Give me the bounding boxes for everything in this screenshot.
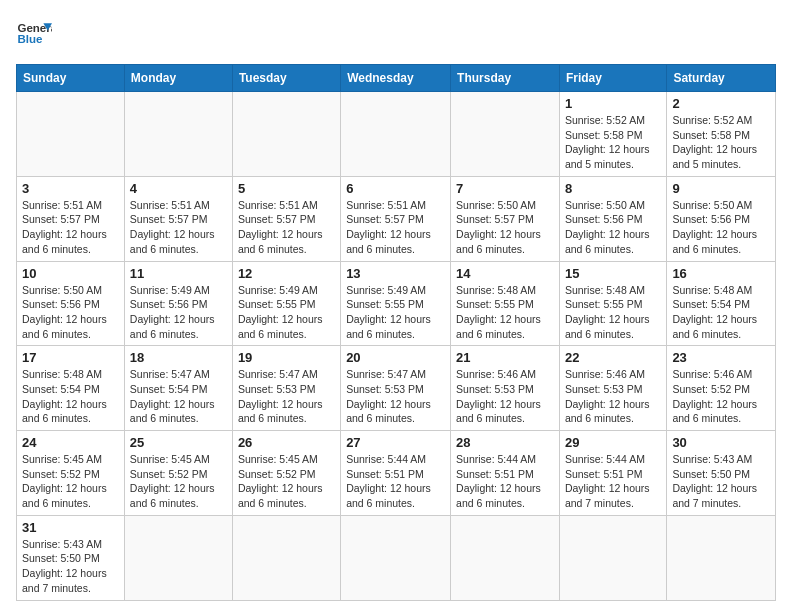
day-number: 27 [346, 435, 445, 450]
day-number: 17 [22, 350, 119, 365]
day-info: Sunrise: 5:52 AM Sunset: 5:58 PM Dayligh… [672, 113, 770, 172]
day-info: Sunrise: 5:51 AM Sunset: 5:57 PM Dayligh… [22, 198, 119, 257]
calendar-week-4: 17Sunrise: 5:48 AM Sunset: 5:54 PM Dayli… [17, 346, 776, 431]
calendar-week-1: 1Sunrise: 5:52 AM Sunset: 5:58 PM Daylig… [17, 92, 776, 177]
day-number: 10 [22, 266, 119, 281]
day-number: 19 [238, 350, 335, 365]
day-info: Sunrise: 5:48 AM Sunset: 5:54 PM Dayligh… [22, 367, 119, 426]
day-number: 11 [130, 266, 227, 281]
calendar-cell: 23Sunrise: 5:46 AM Sunset: 5:52 PM Dayli… [667, 346, 776, 431]
day-number: 23 [672, 350, 770, 365]
calendar-cell: 29Sunrise: 5:44 AM Sunset: 5:51 PM Dayli… [559, 431, 666, 516]
day-info: Sunrise: 5:45 AM Sunset: 5:52 PM Dayligh… [238, 452, 335, 511]
calendar-cell: 25Sunrise: 5:45 AM Sunset: 5:52 PM Dayli… [124, 431, 232, 516]
calendar-cell: 21Sunrise: 5:46 AM Sunset: 5:53 PM Dayli… [451, 346, 560, 431]
calendar-cell [341, 515, 451, 600]
calendar-cell [232, 92, 340, 177]
calendar-cell [124, 515, 232, 600]
day-number: 8 [565, 181, 661, 196]
calendar-cell [451, 92, 560, 177]
calendar-cell: 3Sunrise: 5:51 AM Sunset: 5:57 PM Daylig… [17, 176, 125, 261]
calendar-cell: 1Sunrise: 5:52 AM Sunset: 5:58 PM Daylig… [559, 92, 666, 177]
calendar-cell: 19Sunrise: 5:47 AM Sunset: 5:53 PM Dayli… [232, 346, 340, 431]
calendar-cell: 27Sunrise: 5:44 AM Sunset: 5:51 PM Dayli… [341, 431, 451, 516]
day-number: 31 [22, 520, 119, 535]
calendar-cell: 7Sunrise: 5:50 AM Sunset: 5:57 PM Daylig… [451, 176, 560, 261]
day-info: Sunrise: 5:49 AM Sunset: 5:56 PM Dayligh… [130, 283, 227, 342]
calendar-cell: 10Sunrise: 5:50 AM Sunset: 5:56 PM Dayli… [17, 261, 125, 346]
day-info: Sunrise: 5:48 AM Sunset: 5:55 PM Dayligh… [456, 283, 554, 342]
day-number: 13 [346, 266, 445, 281]
day-number: 6 [346, 181, 445, 196]
day-info: Sunrise: 5:50 AM Sunset: 5:56 PM Dayligh… [565, 198, 661, 257]
calendar-body: 1Sunrise: 5:52 AM Sunset: 5:58 PM Daylig… [17, 92, 776, 601]
day-info: Sunrise: 5:50 AM Sunset: 5:56 PM Dayligh… [22, 283, 119, 342]
calendar-cell: 18Sunrise: 5:47 AM Sunset: 5:54 PM Dayli… [124, 346, 232, 431]
day-number: 28 [456, 435, 554, 450]
calendar-header: SundayMondayTuesdayWednesdayThursdayFrid… [17, 65, 776, 92]
day-info: Sunrise: 5:51 AM Sunset: 5:57 PM Dayligh… [346, 198, 445, 257]
day-info: Sunrise: 5:50 AM Sunset: 5:56 PM Dayligh… [672, 198, 770, 257]
day-info: Sunrise: 5:46 AM Sunset: 5:52 PM Dayligh… [672, 367, 770, 426]
logo: General Blue [16, 16, 52, 52]
calendar-cell: 8Sunrise: 5:50 AM Sunset: 5:56 PM Daylig… [559, 176, 666, 261]
day-header-tuesday: Tuesday [232, 65, 340, 92]
calendar-cell: 31Sunrise: 5:43 AM Sunset: 5:50 PM Dayli… [17, 515, 125, 600]
day-number: 9 [672, 181, 770, 196]
day-number: 22 [565, 350, 661, 365]
calendar-cell [232, 515, 340, 600]
day-info: Sunrise: 5:49 AM Sunset: 5:55 PM Dayligh… [346, 283, 445, 342]
day-info: Sunrise: 5:44 AM Sunset: 5:51 PM Dayligh… [565, 452, 661, 511]
day-info: Sunrise: 5:50 AM Sunset: 5:57 PM Dayligh… [456, 198, 554, 257]
calendar-cell: 14Sunrise: 5:48 AM Sunset: 5:55 PM Dayli… [451, 261, 560, 346]
day-number: 3 [22, 181, 119, 196]
calendar-cell [451, 515, 560, 600]
calendar-cell [17, 92, 125, 177]
page-header: General Blue [16, 16, 776, 52]
calendar-cell: 16Sunrise: 5:48 AM Sunset: 5:54 PM Dayli… [667, 261, 776, 346]
calendar-cell [667, 515, 776, 600]
day-info: Sunrise: 5:44 AM Sunset: 5:51 PM Dayligh… [346, 452, 445, 511]
calendar-cell: 13Sunrise: 5:49 AM Sunset: 5:55 PM Dayli… [341, 261, 451, 346]
day-number: 30 [672, 435, 770, 450]
day-info: Sunrise: 5:49 AM Sunset: 5:55 PM Dayligh… [238, 283, 335, 342]
day-number: 26 [238, 435, 335, 450]
day-header-wednesday: Wednesday [341, 65, 451, 92]
day-info: Sunrise: 5:51 AM Sunset: 5:57 PM Dayligh… [130, 198, 227, 257]
calendar-week-6: 31Sunrise: 5:43 AM Sunset: 5:50 PM Dayli… [17, 515, 776, 600]
calendar-cell: 20Sunrise: 5:47 AM Sunset: 5:53 PM Dayli… [341, 346, 451, 431]
calendar-cell [124, 92, 232, 177]
calendar-week-2: 3Sunrise: 5:51 AM Sunset: 5:57 PM Daylig… [17, 176, 776, 261]
day-header-row: SundayMondayTuesdayWednesdayThursdayFrid… [17, 65, 776, 92]
day-info: Sunrise: 5:46 AM Sunset: 5:53 PM Dayligh… [456, 367, 554, 426]
calendar-cell: 4Sunrise: 5:51 AM Sunset: 5:57 PM Daylig… [124, 176, 232, 261]
day-number: 15 [565, 266, 661, 281]
day-info: Sunrise: 5:48 AM Sunset: 5:54 PM Dayligh… [672, 283, 770, 342]
calendar-cell: 2Sunrise: 5:52 AM Sunset: 5:58 PM Daylig… [667, 92, 776, 177]
day-number: 4 [130, 181, 227, 196]
day-info: Sunrise: 5:45 AM Sunset: 5:52 PM Dayligh… [130, 452, 227, 511]
day-info: Sunrise: 5:48 AM Sunset: 5:55 PM Dayligh… [565, 283, 661, 342]
day-number: 14 [456, 266, 554, 281]
calendar-week-5: 24Sunrise: 5:45 AM Sunset: 5:52 PM Dayli… [17, 431, 776, 516]
day-info: Sunrise: 5:52 AM Sunset: 5:58 PM Dayligh… [565, 113, 661, 172]
day-number: 25 [130, 435, 227, 450]
day-number: 12 [238, 266, 335, 281]
day-number: 29 [565, 435, 661, 450]
calendar-cell: 5Sunrise: 5:51 AM Sunset: 5:57 PM Daylig… [232, 176, 340, 261]
day-number: 16 [672, 266, 770, 281]
calendar-cell: 12Sunrise: 5:49 AM Sunset: 5:55 PM Dayli… [232, 261, 340, 346]
day-header-saturday: Saturday [667, 65, 776, 92]
day-number: 18 [130, 350, 227, 365]
day-number: 21 [456, 350, 554, 365]
calendar-cell: 24Sunrise: 5:45 AM Sunset: 5:52 PM Dayli… [17, 431, 125, 516]
day-header-friday: Friday [559, 65, 666, 92]
calendar-cell: 22Sunrise: 5:46 AM Sunset: 5:53 PM Dayli… [559, 346, 666, 431]
day-number: 5 [238, 181, 335, 196]
day-info: Sunrise: 5:43 AM Sunset: 5:50 PM Dayligh… [672, 452, 770, 511]
calendar-cell: 11Sunrise: 5:49 AM Sunset: 5:56 PM Dayli… [124, 261, 232, 346]
calendar-cell [559, 515, 666, 600]
day-info: Sunrise: 5:44 AM Sunset: 5:51 PM Dayligh… [456, 452, 554, 511]
day-number: 24 [22, 435, 119, 450]
day-header-sunday: Sunday [17, 65, 125, 92]
